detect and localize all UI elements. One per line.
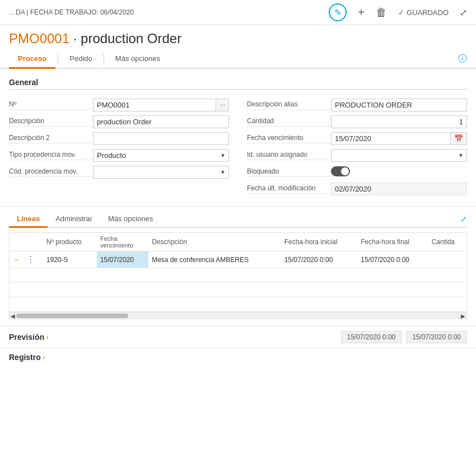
toggle-thumb — [341, 167, 349, 175]
form-left-col: Nº ··· Descripción Descripción 2 — [9, 96, 229, 197]
col-fecha-venc: Fechavencimiento — [97, 233, 148, 251]
cod-procedencia-select[interactable] — [93, 166, 229, 179]
descripcion-alias-input[interactable] — [331, 99, 467, 111]
cantidad-input[interactable] — [331, 115, 467, 128]
descripcion-alias-value — [331, 99, 467, 111]
tipo-procedencia-select[interactable]: Producto — [93, 149, 229, 162]
delete-button[interactable]: 🗑 — [376, 6, 387, 19]
registro-section: Registro › — [0, 348, 476, 366]
scroll-right-icon[interactable]: ▶ — [460, 312, 466, 319]
main-tabs: Proceso Pedido Más opciones ⓘ — [0, 50, 476, 69]
col-arrow — [10, 233, 23, 251]
bloqueado-value — [331, 166, 467, 178]
descripcion-row: Descripción — [9, 113, 229, 130]
row-fecha-inicial: 15/07/2020 0:00 — [281, 251, 358, 268]
fecha-vencimiento-value: 📅 — [331, 132, 467, 145]
table-row: → ⋮ 1920-S 15/07/2020 Mesa de conferenci… — [10, 251, 466, 268]
header-bar: …DA | FECHA DE TRABAJO: 06/04/2020 ✎ + 🗑… — [0, 0, 476, 25]
page-title: PMO0001 · production Order — [0, 25, 476, 50]
row-menu[interactable]: ⋮ — [23, 251, 43, 268]
tipo-procedencia-label: Tipo procedencia mov. — [9, 151, 93, 160]
descripcion2-value — [93, 132, 229, 145]
fecha-ult-mod-value — [331, 183, 467, 195]
scroll-thumb[interactable] — [16, 314, 128, 318]
row-fecha-venc: 15/07/2020 — [97, 251, 148, 268]
registro-label: Registro — [9, 353, 41, 362]
tab-mas-opciones-lines[interactable]: Más opciones — [100, 211, 161, 228]
registro-title[interactable]: Registro › — [9, 353, 45, 362]
fecha-vencimiento-input[interactable] — [331, 132, 451, 145]
bloqueado-label: Bloqueado — [247, 167, 331, 177]
form-right-col: Descripción alias Cantidad Fecha vencimi… — [247, 96, 467, 197]
edit-icon: ✎ — [334, 7, 342, 18]
descripcion-alias-label: Descripción alias — [247, 100, 331, 110]
tab-divider-2 — [104, 53, 104, 64]
table-scrollbar[interactable]: ◀ ▶ — [9, 312, 467, 319]
lines-section: Líneas Administrar Más opciones ⤢ Nº pro… — [0, 211, 476, 319]
tipo-procedencia-select-wrap: Producto ▼ — [93, 149, 229, 162]
tipo-procedencia-row: Tipo procedencia mov. Producto ▼ — [9, 147, 229, 164]
chevron-right-icon-2: › — [43, 354, 45, 361]
descripcion-input[interactable] — [93, 115, 229, 128]
tipo-procedencia-value: Producto ▼ — [93, 149, 229, 162]
tab-lineas[interactable]: Líneas — [9, 211, 48, 228]
id-usuario-row: Id. usuario asignado ▼ — [247, 147, 467, 164]
order-name: production Order — [81, 31, 181, 46]
general-form: Nº ··· Descripción Descripción 2 — [9, 96, 467, 197]
expand-icon[interactable]: ⤢ — [460, 214, 467, 223]
prevision-label: Previsión — [9, 333, 44, 342]
check-icon: ✓ — [398, 8, 404, 17]
general-section: General Nº ··· Descripción Desc — [0, 69, 476, 202]
col-cantidad: Cantida — [428, 233, 466, 251]
tab-mas-opciones[interactable]: Más opciones — [106, 50, 169, 69]
numero-input[interactable] — [93, 99, 216, 111]
saved-status: ✓ GUARDADO — [398, 8, 449, 17]
table-header-row: Nº producto Fechavencimiento Descripción… — [10, 233, 466, 251]
general-title: General — [9, 78, 467, 90]
id-usuario-select[interactable] — [331, 149, 467, 162]
delete-icon: 🗑 — [376, 6, 387, 18]
numero-row: Nº ··· — [9, 96, 229, 113]
table-row-empty-3 — [10, 297, 466, 312]
cod-procedencia-row: Cód. procedencia mov. ▼ — [9, 164, 229, 180]
id-usuario-label: Id. usuario asignado — [247, 151, 331, 160]
descripcion-alias-row: Descripción alias — [247, 96, 467, 113]
add-button[interactable]: + — [358, 6, 365, 19]
fecha-vencimiento-wrap: 📅 — [331, 132, 467, 145]
fecha-vencimiento-label: Fecha vencimiento — [247, 134, 331, 143]
row-fecha-final: 15/07/2020 0:00 — [357, 251, 428, 268]
open-icon: ⤢ — [460, 8, 467, 17]
prevision-date1: 15/07/2020 0:00 — [341, 331, 402, 343]
col-descripcion: Descripción — [148, 233, 281, 251]
prevision-title[interactable]: Previsión › — [9, 333, 48, 342]
tab-divider — [58, 53, 58, 64]
tab-pedido[interactable]: Pedido — [60, 50, 101, 69]
breadcrumb: …DA | FECHA DE TRABAJO: 06/04/2020 — [9, 8, 320, 16]
col-fecha-inicial: Fecha-hora inicial — [281, 233, 358, 251]
toggle-track — [331, 166, 350, 176]
chevron-right-icon: › — [46, 334, 48, 340]
numero-value: ··· — [93, 99, 229, 111]
tab-proceso[interactable]: Proceso — [9, 50, 55, 69]
divider-1 — [0, 206, 476, 207]
descripcion2-input[interactable] — [93, 132, 229, 145]
numero-label: Nº — [9, 100, 93, 110]
col-menu — [23, 233, 43, 251]
calendar-icon[interactable]: 📅 — [451, 132, 467, 145]
cantidad-value — [331, 115, 467, 128]
table-row-empty-1 — [10, 268, 466, 283]
edit-button[interactable]: ✎ — [329, 3, 347, 21]
table-scroll[interactable]: Nº producto Fechavencimiento Descripción… — [9, 232, 467, 312]
tab-administrar[interactable]: Administrar — [48, 211, 100, 228]
scroll-left-icon[interactable]: ◀ — [10, 312, 16, 319]
table-body: → ⋮ 1920-S 15/07/2020 Mesa de conferenci… — [10, 251, 466, 312]
prevision-date2: 15/07/2020 0:00 — [406, 331, 467, 343]
fecha-ult-mod-label: Fecha últ. modificación — [247, 184, 331, 194]
col-fecha-final: Fecha-hora final — [357, 233, 428, 251]
info-icon[interactable]: ⓘ — [458, 53, 467, 65]
header-actions: ✎ + 🗑 ✓ GUARDADO ⤢ — [329, 3, 467, 21]
numero-ellipsis-btn[interactable]: ··· — [216, 99, 229, 111]
open-button[interactable]: ⤢ — [460, 7, 467, 18]
lines-table: Nº producto Fechavencimiento Descripción… — [10, 233, 466, 312]
bloqueado-toggle[interactable] — [331, 166, 350, 176]
